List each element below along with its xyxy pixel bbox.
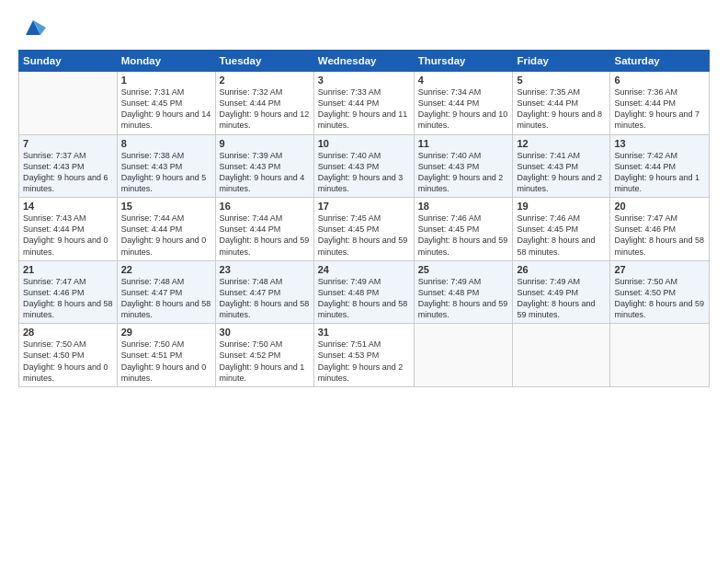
day-number: 28 — [23, 327, 113, 338]
calendar-cell: 23Sunrise: 7:48 AMSunset: 4:47 PMDayligh… — [215, 260, 313, 324]
calendar-cell: 2Sunrise: 7:32 AMSunset: 4:44 PMDaylight… — [215, 72, 313, 135]
cell-info: Sunrise: 7:50 AMSunset: 4:50 PMDaylight:… — [23, 339, 113, 384]
calendar-cell: 15Sunrise: 7:44 AMSunset: 4:44 PMDayligh… — [117, 198, 215, 261]
cell-info: Sunrise: 7:38 AMSunset: 4:43 PMDaylight:… — [121, 150, 211, 195]
day-number: 3 — [318, 75, 410, 86]
calendar-cell: 13Sunrise: 7:42 AMSunset: 4:44 PMDayligh… — [610, 134, 710, 198]
calendar-header-monday: Monday — [117, 51, 215, 72]
day-number: 23 — [220, 264, 310, 275]
cell-info: Sunrise: 7:46 AMSunset: 4:45 PMDaylight:… — [418, 213, 509, 258]
cell-info: Sunrise: 7:36 AMSunset: 4:44 PMDaylight:… — [614, 86, 705, 132]
calendar-cell: 3Sunrise: 7:33 AMSunset: 4:44 PMDaylight… — [313, 72, 414, 135]
calendar-cell: 10Sunrise: 7:40 AMSunset: 4:43 PMDayligh… — [313, 134, 414, 198]
day-number: 1 — [121, 75, 211, 86]
calendar-cell: 6Sunrise: 7:36 AMSunset: 4:44 PMDaylight… — [610, 72, 710, 135]
calendar-cell: 19Sunrise: 7:46 AMSunset: 4:45 PMDayligh… — [513, 198, 610, 261]
cell-info: Sunrise: 7:37 AMSunset: 4:43 PMDaylight:… — [23, 150, 113, 195]
calendar-table: SundayMondayTuesdayWednesdayThursdayFrid… — [18, 50, 710, 387]
day-number: 11 — [418, 138, 509, 149]
day-number: 19 — [517, 201, 606, 212]
calendar-week-row: 21Sunrise: 7:47 AMSunset: 4:46 PMDayligh… — [19, 260, 710, 324]
calendar-cell: 24Sunrise: 7:49 AMSunset: 4:48 PMDayligh… — [313, 260, 414, 324]
calendar-cell: 9Sunrise: 7:39 AMSunset: 4:43 PMDaylight… — [215, 134, 313, 198]
calendar-week-row: 7Sunrise: 7:37 AMSunset: 4:43 PMDaylight… — [19, 134, 710, 198]
day-number: 26 — [517, 264, 606, 275]
day-number: 17 — [318, 201, 410, 212]
calendar-cell: 12Sunrise: 7:41 AMSunset: 4:43 PMDayligh… — [513, 134, 610, 198]
calendar-cell: 17Sunrise: 7:45 AMSunset: 4:45 PMDayligh… — [313, 198, 414, 261]
cell-info: Sunrise: 7:34 AMSunset: 4:44 PMDaylight:… — [418, 86, 509, 132]
cell-info: Sunrise: 7:51 AMSunset: 4:53 PMDaylight:… — [318, 339, 410, 384]
calendar-week-row: 14Sunrise: 7:43 AMSunset: 4:44 PMDayligh… — [19, 198, 710, 261]
cell-info: Sunrise: 7:50 AMSunset: 4:51 PMDaylight:… — [121, 339, 211, 384]
calendar-week-row: 28Sunrise: 7:50 AMSunset: 4:50 PMDayligh… — [19, 324, 710, 387]
cell-info: Sunrise: 7:41 AMSunset: 4:43 PMDaylight:… — [517, 150, 606, 195]
calendar-cell — [513, 324, 610, 387]
calendar-cell: 29Sunrise: 7:50 AMSunset: 4:51 PMDayligh… — [117, 324, 215, 387]
cell-info: Sunrise: 7:44 AMSunset: 4:44 PMDaylight:… — [121, 213, 211, 258]
day-number: 18 — [418, 201, 509, 212]
calendar-cell: 1Sunrise: 7:31 AMSunset: 4:45 PMDaylight… — [117, 72, 215, 135]
day-number: 21 — [23, 264, 113, 275]
calendar-header-wednesday: Wednesday — [313, 51, 414, 72]
day-number: 16 — [220, 201, 310, 212]
cell-info: Sunrise: 7:39 AMSunset: 4:43 PMDaylight:… — [220, 150, 310, 195]
day-number: 13 — [614, 138, 705, 149]
day-number: 30 — [220, 327, 310, 338]
calendar-cell: 5Sunrise: 7:35 AMSunset: 4:44 PMDaylight… — [513, 72, 610, 135]
calendar-cell: 11Sunrise: 7:40 AMSunset: 4:43 PMDayligh… — [414, 134, 513, 198]
calendar-header-sunday: Sunday — [19, 51, 118, 72]
cell-info: Sunrise: 7:32 AMSunset: 4:44 PMDaylight:… — [220, 86, 310, 132]
calendar-cell: 18Sunrise: 7:46 AMSunset: 4:45 PMDayligh… — [414, 198, 513, 261]
cell-info: Sunrise: 7:49 AMSunset: 4:49 PMDaylight:… — [517, 276, 606, 321]
calendar-header-thursday: Thursday — [414, 51, 513, 72]
calendar-cell: 26Sunrise: 7:49 AMSunset: 4:49 PMDayligh… — [513, 260, 610, 324]
day-number: 9 — [220, 138, 310, 149]
logo — [18, 15, 46, 40]
calendar-cell: 30Sunrise: 7:50 AMSunset: 4:52 PMDayligh… — [215, 324, 313, 387]
calendar-cell: 20Sunrise: 7:47 AMSunset: 4:46 PMDayligh… — [610, 198, 710, 261]
day-number: 12 — [517, 138, 606, 149]
cell-info: Sunrise: 7:45 AMSunset: 4:45 PMDaylight:… — [318, 213, 410, 258]
day-number: 27 — [614, 264, 705, 275]
day-number: 31 — [318, 327, 410, 338]
calendar-header-row: SundayMondayTuesdayWednesdayThursdayFrid… — [19, 51, 710, 72]
cell-info: Sunrise: 7:42 AMSunset: 4:44 PMDaylight:… — [614, 150, 705, 195]
day-number: 22 — [121, 264, 211, 275]
calendar-cell: 28Sunrise: 7:50 AMSunset: 4:50 PMDayligh… — [19, 324, 118, 387]
cell-info: Sunrise: 7:40 AMSunset: 4:43 PMDaylight:… — [318, 150, 410, 195]
day-number: 10 — [318, 138, 410, 149]
page-header — [18, 15, 710, 40]
cell-info: Sunrise: 7:31 AMSunset: 4:45 PMDaylight:… — [121, 86, 211, 132]
day-number: 29 — [121, 327, 211, 338]
cell-info: Sunrise: 7:47 AMSunset: 4:46 PMDaylight:… — [614, 213, 705, 258]
cell-info: Sunrise: 7:33 AMSunset: 4:44 PMDaylight:… — [318, 86, 410, 132]
day-number: 2 — [220, 75, 310, 86]
cell-info: Sunrise: 7:50 AMSunset: 4:50 PMDaylight:… — [614, 276, 705, 321]
calendar-cell: 27Sunrise: 7:50 AMSunset: 4:50 PMDayligh… — [610, 260, 710, 324]
calendar-cell: 22Sunrise: 7:48 AMSunset: 4:47 PMDayligh… — [117, 260, 215, 324]
cell-info: Sunrise: 7:44 AMSunset: 4:44 PMDaylight:… — [220, 213, 310, 258]
cell-info: Sunrise: 7:40 AMSunset: 4:43 PMDaylight:… — [418, 150, 509, 195]
day-number: 5 — [517, 75, 606, 86]
cell-info: Sunrise: 7:50 AMSunset: 4:52 PMDaylight:… — [220, 339, 310, 384]
calendar-week-row: 1Sunrise: 7:31 AMSunset: 4:45 PMDaylight… — [19, 72, 710, 135]
calendar-cell — [414, 324, 513, 387]
day-number: 14 — [23, 201, 113, 212]
cell-info: Sunrise: 7:47 AMSunset: 4:46 PMDaylight:… — [23, 276, 113, 321]
day-number: 4 — [418, 75, 509, 86]
calendar-header-saturday: Saturday — [610, 51, 710, 72]
calendar-cell: 8Sunrise: 7:38 AMSunset: 4:43 PMDaylight… — [117, 134, 215, 198]
calendar-header-tuesday: Tuesday — [215, 51, 313, 72]
calendar-cell — [610, 324, 710, 387]
calendar-cell — [19, 72, 118, 135]
calendar-cell: 31Sunrise: 7:51 AMSunset: 4:53 PMDayligh… — [313, 324, 414, 387]
cell-info: Sunrise: 7:48 AMSunset: 4:47 PMDaylight:… — [121, 276, 211, 321]
cell-info: Sunrise: 7:35 AMSunset: 4:44 PMDaylight:… — [517, 86, 606, 132]
day-number: 24 — [318, 264, 410, 275]
cell-info: Sunrise: 7:49 AMSunset: 4:48 PMDaylight:… — [318, 276, 410, 321]
day-number: 15 — [121, 201, 211, 212]
calendar-cell: 4Sunrise: 7:34 AMSunset: 4:44 PMDaylight… — [414, 72, 513, 135]
logo-icon — [20, 15, 46, 40]
calendar-cell: 14Sunrise: 7:43 AMSunset: 4:44 PMDayligh… — [19, 198, 118, 261]
